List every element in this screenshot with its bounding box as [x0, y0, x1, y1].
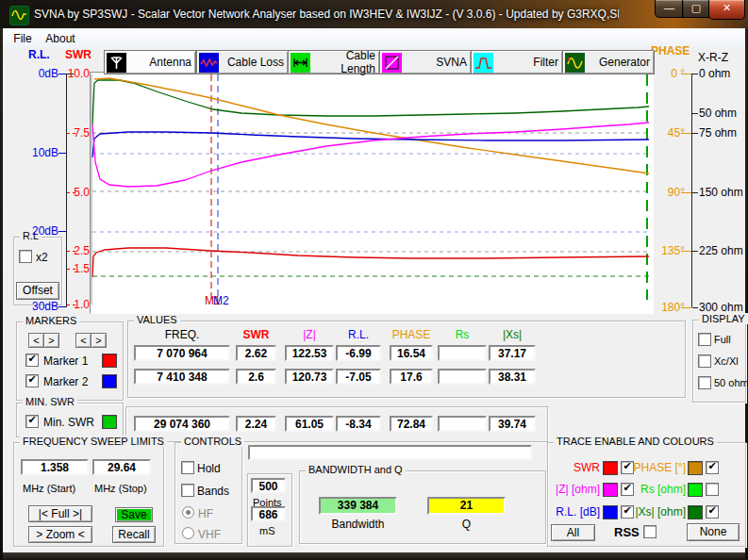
command-input[interactable]	[248, 445, 532, 460]
ohm-tick-mark	[692, 113, 698, 114]
ohm-tick-label: 0 ohm	[699, 67, 746, 80]
trace-color-swatch[interactable]	[688, 461, 703, 475]
xs-trace	[92, 80, 649, 124]
bands-checkbox[interactable]	[181, 484, 194, 497]
marker-nav-button[interactable]: <	[75, 333, 91, 348]
min-swr-value-cell	[438, 416, 487, 432]
min-swr-color-swatch[interactable]	[102, 415, 117, 429]
marker1-value-cell[interactable]: 7 070 964	[134, 345, 230, 361]
values-column-header: FREQ.	[134, 328, 230, 341]
app-icon	[9, 6, 29, 25]
zoom-button[interactable]: > Zoom <	[28, 526, 92, 543]
marker-nav-button[interactable]: >	[91, 333, 107, 348]
trace-enable-checkbox[interactable]	[706, 483, 719, 496]
rss-label: RSS	[614, 525, 640, 539]
trace-color-swatch[interactable]	[688, 505, 703, 519]
hf-label: HF	[198, 507, 213, 520]
sweep-start-input[interactable]: 1.358	[21, 459, 89, 475]
toolbar-button-generator[interactable]: Generator	[562, 50, 655, 74]
sweep-time-value: 686	[251, 506, 286, 521]
maximize-button[interactable]: ▢	[682, 0, 710, 18]
display-checkbox-0[interactable]	[698, 333, 711, 346]
menu-bar	[3, 28, 745, 50]
all-traces-button[interactable]: All	[551, 524, 595, 541]
q-label: Q	[427, 518, 506, 531]
marker-nav-button[interactable]: <	[28, 333, 44, 348]
values-group-title: VALUES	[134, 314, 180, 325]
toolbar-button-cable-loss[interactable]: Cable Loss	[196, 50, 289, 74]
marker1-value-cell: 37.17	[489, 345, 536, 361]
window-title: SVNA by SP3SWJ - Scalar Vector Network A…	[34, 0, 619, 28]
trace-enable-checkbox[interactable]	[706, 461, 719, 474]
phase-tick-label: 135°	[653, 244, 685, 257]
vhf-radio[interactable]	[182, 527, 194, 539]
none-traces-button[interactable]: None	[687, 523, 740, 541]
menu-file[interactable]: File	[8, 28, 38, 49]
hf-radio[interactable]	[182, 506, 194, 519]
display-label-1: Xc/Xl	[714, 355, 739, 367]
chart-plot[interactable]: M1M2	[91, 73, 651, 311]
trace-enable-checkbox[interactable]	[706, 505, 719, 519]
marker-1-checkbox[interactable]	[25, 354, 39, 367]
phase-axis-header: PHASE	[651, 44, 690, 58]
xrz-axis-header: X-R-Z	[698, 51, 728, 64]
marker-nav-button[interactable]: >	[43, 333, 59, 348]
title-bar[interactable]: SVNA by SP3SWJ - Scalar Vector Network A…	[0, 0, 748, 28]
toolbar-button-label: Cable Loss	[219, 56, 288, 69]
offset-button[interactable]: Offset	[16, 282, 59, 300]
bandwidth-label: Bandwidth	[319, 518, 397, 531]
ohm-tick-mark	[692, 251, 698, 252]
marker2-value-cell: -7.05	[336, 369, 381, 385]
marker1-value-cell	[438, 345, 487, 361]
toolbar-button-cable-length[interactable]: Cable Length	[288, 50, 380, 74]
ohm-tick-mark	[692, 74, 698, 74]
display-checkbox-1[interactable]	[698, 354, 711, 368]
full-span-button[interactable]: |< Full >|	[28, 505, 92, 522]
svna-icon	[382, 53, 402, 73]
toolbar-button-filter[interactable]: Filter	[471, 50, 563, 74]
axis-corner-tick	[66, 74, 74, 74]
save-button[interactable]: Save	[115, 507, 153, 522]
marker-1-color-swatch[interactable]	[102, 354, 117, 368]
close-button[interactable]: ✕	[708, 0, 745, 20]
recall-button[interactable]: Recall	[112, 526, 156, 543]
filter-icon	[474, 53, 493, 73]
marker1-value-cell: 16.54	[390, 345, 433, 361]
vhf-label: VHF	[198, 528, 221, 541]
hold-checkbox[interactable]	[181, 461, 194, 474]
marker2-value-cell: 2.6	[236, 369, 276, 385]
toolbar-button-label: Generator	[585, 56, 654, 69]
sweep-stop-input[interactable]: 29.64	[92, 459, 151, 475]
swr-tick-mark	[67, 133, 75, 134]
min-swr-value-cell: -8.34	[336, 416, 381, 432]
marker-1-label: Marker 1	[43, 354, 88, 368]
phase-tick-mark	[681, 133, 691, 134]
toolbar-button-svna[interactable]: SVNA	[379, 50, 472, 74]
marker2-value-cell[interactable]: 7 410 348	[134, 369, 230, 385]
marker2-value-cell	[438, 369, 487, 385]
ohm-tick-label: 150 ohm	[699, 186, 746, 199]
ohm-tick-label: 50 ohm	[699, 107, 746, 120]
toolbar-button-antenna[interactable]: Antenna	[104, 50, 196, 74]
bandwidth-group-title: BANDWIDTH and Q	[306, 464, 406, 475]
toolbar-button-label: Cable Length	[310, 49, 379, 75]
rss-checkbox[interactable]	[643, 525, 657, 538]
swr-tick-mark	[67, 305, 75, 305]
x2-checkbox[interactable]	[19, 250, 32, 263]
phase-tick-label: 180°	[653, 301, 685, 314]
trace-label: PHASE [°]	[611, 461, 686, 474]
cable-loss-icon	[199, 53, 219, 73]
min-swr-checkbox[interactable]	[25, 415, 39, 428]
display-checkbox-2[interactable]	[698, 376, 711, 389]
chart-area[interactable]: M1M2	[90, 72, 654, 314]
trace-label: |Xs| [ohm]	[611, 505, 686, 519]
minimize-button[interactable]: —	[655, 0, 684, 18]
marker-2-color-swatch[interactable]	[102, 374, 117, 388]
marker1-value-cell: 2.62	[236, 345, 276, 361]
toolbar-button-label: Filter	[493, 56, 562, 69]
min-swr-value-cell[interactable]: 29 074 360	[134, 416, 230, 432]
marker-2-checkbox[interactable]	[25, 374, 39, 387]
display-group-title: DISPLAY	[699, 313, 748, 324]
menu-about[interactable]: About	[40, 28, 81, 49]
trace-color-swatch[interactable]	[688, 483, 703, 497]
